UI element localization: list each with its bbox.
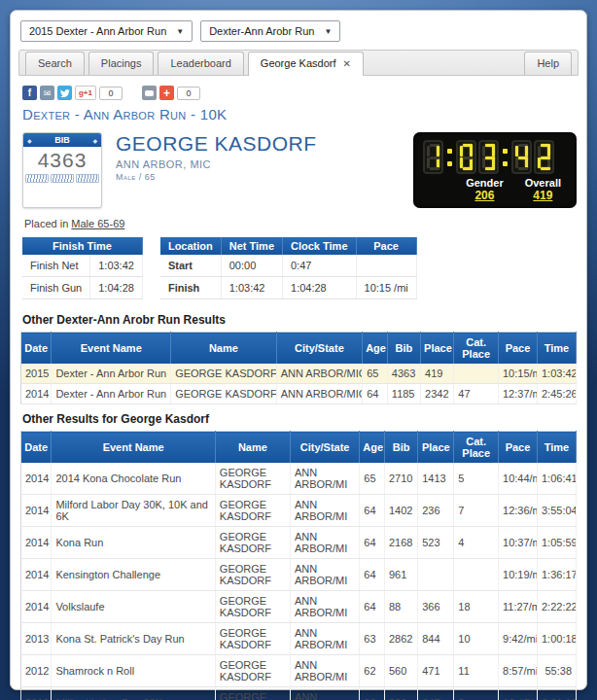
table-row: 2014Kona RunGEORGE KASDORFANN ARBOR/MI64…	[21, 527, 577, 559]
finish-clock: Gender 206 Overall 419	[413, 132, 577, 208]
table-row: 20142014 Kona Chocolate RunGEORGE KASDOR…	[21, 463, 577, 495]
other-results-title: Other Results for George Kasdorf	[22, 412, 577, 426]
bib-label: BIB	[54, 135, 70, 145]
other-race-results-title: Other Dexter-Ann Arobr Run Results	[22, 313, 577, 327]
table-row: 2014Kensington ChallengeGEORGE KASDORFAN…	[21, 559, 577, 591]
placed-in-line: Placed in Male 65-69	[24, 218, 577, 229]
tab-george-kasdorf[interactable]: George Kasdorf ✕	[248, 52, 364, 76]
bib-tear-tab	[76, 174, 99, 183]
gender-place-link[interactable]: 206	[466, 189, 504, 202]
facebook-icon[interactable]: f	[22, 86, 37, 100]
seven-segment-display	[423, 140, 567, 174]
athlete-identity: GEORGE KASDORF ANN ARBOR, MIC Male / 65	[116, 132, 413, 208]
close-icon[interactable]: ✕	[342, 58, 350, 69]
gplus-count-badge: 0	[99, 87, 123, 100]
column-header: Age	[360, 432, 385, 464]
tab-help[interactable]: Help	[524, 52, 572, 75]
overall-place-link[interactable]: 419	[525, 189, 561, 202]
twitter-icon[interactable]	[57, 86, 72, 100]
division-select-value: Dexter-Ann Arobr Run	[209, 25, 314, 37]
tab-leaderboard[interactable]: Leaderboard	[158, 52, 243, 75]
column-header: Bib	[384, 432, 417, 464]
bib-tear-tab	[25, 174, 49, 183]
share-toolbar: f ✉ g+1 0 + 0	[22, 86, 577, 100]
google-plus-one-button[interactable]: g+1	[75, 86, 96, 100]
comment-icon[interactable]	[142, 86, 157, 100]
table-row: 2013Kona St. Patrick's Day RunGEORGE KAS…	[21, 623, 577, 655]
toolbar: 2015 Dexter - Ann Arbor Run ▼ Dexter-Ann…	[20, 20, 579, 42]
tab-search[interactable]: Search	[25, 52, 85, 75]
clock-digit	[534, 140, 554, 174]
page-title: Dexter - Ann Arbor Run - 10K	[22, 106, 577, 122]
finish-time-header: Finish Time	[22, 237, 142, 255]
bib-hole-icon: ◆	[27, 137, 32, 144]
placed-prefix: Placed in	[24, 218, 68, 229]
athlete-division: Male / 65	[116, 172, 413, 182]
overall-label: Overall	[525, 177, 561, 189]
column-header: Place	[421, 332, 454, 365]
column-header: Pace	[499, 432, 538, 464]
clock-digit	[456, 140, 476, 174]
column-header: Event Name	[52, 332, 171, 365]
gender-place-block: Gender 206	[466, 177, 504, 202]
column-header: Name	[215, 432, 290, 464]
clock-digit	[511, 140, 532, 174]
column-header: Date	[21, 332, 52, 365]
table-row: Finish Gun 1:04:28	[22, 277, 142, 299]
share-count-badge: 0	[177, 87, 200, 100]
column-header: Time	[537, 432, 576, 464]
overall-place-block: Overall 419	[525, 177, 561, 202]
bib-card-header: ◆ BIB ◆	[23, 133, 101, 147]
split-tables: Finish Time Finish Net 1:03:42 Finish Gu…	[22, 237, 577, 299]
table-row: 2014Milford Labor Day 30K, 10K and 6KGEO…	[21, 495, 577, 527]
tab-content: f ✉ g+1 0 + 0 Dexter - Ann Arbor Run - 1…	[18, 76, 579, 700]
bib-hole-icon: ◆	[92, 137, 97, 144]
share-this-icon[interactable]: +	[159, 86, 174, 100]
column-header: Name	[171, 332, 276, 365]
tab-label: George Kasdorf	[261, 57, 336, 69]
table-row: Finish Net 1:03:42	[22, 255, 142, 277]
column-header: Event Name	[52, 432, 215, 464]
column-header: Age	[363, 332, 388, 365]
email-icon[interactable]: ✉	[40, 86, 54, 100]
table-row: 2014VolkslaufeGEORGE KASDORFANN ARBOR/MI…	[21, 591, 577, 623]
column-header: Pace	[499, 332, 538, 365]
clock-colon	[445, 140, 454, 174]
location-splits-table: Location Net Time Clock Time Pace Start …	[160, 237, 417, 299]
clock-digit	[478, 140, 499, 174]
athlete-city: ANN ARBOR, MIC	[116, 158, 413, 170]
table-row: 2015Dexter - Ann Arbor RunGEORGE KASDORF…	[21, 364, 577, 384]
bib-tear-strip	[23, 173, 101, 185]
chevron-down-icon: ▼	[324, 27, 332, 36]
table-row: Start 00:00 0:47	[160, 255, 416, 277]
bib-tear-tab	[51, 174, 74, 183]
table-row: Finish 1:03:42 1:04:28 10:15 /mi	[160, 277, 416, 299]
column-header: Place	[418, 432, 454, 464]
clock-placings: Gender 206 Overall 419	[423, 177, 567, 202]
column-header: Bib	[387, 332, 420, 365]
gender-label: Gender	[466, 177, 504, 189]
clock-digit	[423, 140, 443, 174]
division-select-dropdown[interactable]: Dexter-Ann Arobr Run ▼	[200, 20, 340, 42]
column-header: Cat. Place	[454, 332, 499, 365]
table-row: 2012Milford Labor Day 30KGEORGE KASDORFA…	[21, 687, 577, 700]
bib-card: ◆ BIB ◆ 4363	[22, 132, 102, 208]
results-window: 2015 Dexter - Ann Arbor Run ▼ Dexter-Ann…	[10, 10, 587, 690]
column-header: City/State	[290, 432, 359, 464]
column-header: City/State	[276, 332, 363, 365]
column-header: Time	[537, 332, 576, 365]
tab-placings[interactable]: Placings	[88, 52, 155, 75]
chevron-down-icon: ▼	[176, 27, 184, 36]
column-header: Date	[21, 432, 52, 464]
race-select-dropdown[interactable]: 2015 Dexter - Ann Arbor Run ▼	[20, 20, 193, 42]
athlete-name: GEORGE KASDORF	[116, 132, 413, 156]
other-race-results-table: DateEvent NameNameCity/StateAgeBibPlaceC…	[20, 332, 577, 404]
clock-colon	[501, 140, 509, 174]
table-row: 2014Dexter - Ann Arbor RunGEORGE KASDORF…	[21, 384, 577, 404]
placed-division-link[interactable]: Male 65-69	[71, 218, 124, 229]
bib-number: 4363	[23, 147, 101, 173]
column-header: Cat. Place	[454, 432, 499, 464]
athlete-header: ◆ BIB ◆ 4363 GEORGE KASDORF ANN ARBOR, M…	[22, 132, 577, 208]
other-results-table: DateEvent NameNameCity/StateAgeBibPlaceC…	[20, 431, 577, 700]
table-row: 2012Shamrock n RollGEORGE KASDORFANN ARB…	[21, 655, 577, 687]
